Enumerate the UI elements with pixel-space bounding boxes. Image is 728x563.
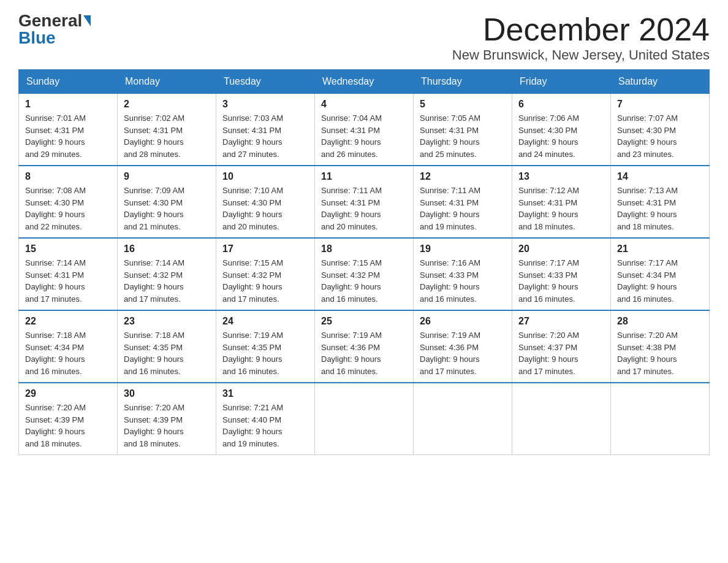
weekday-header-row: SundayMondayTuesdayWednesdayThursdayFrid… bbox=[19, 70, 710, 94]
weekday-header-wednesday: Wednesday bbox=[315, 70, 414, 94]
calendar-day-cell: 10Sunrise: 7:10 AMSunset: 4:30 PMDayligh… bbox=[216, 166, 315, 238]
calendar-day-cell: 24Sunrise: 7:19 AMSunset: 4:35 PMDayligh… bbox=[216, 310, 315, 383]
day-info: Sunrise: 7:07 AMSunset: 4:30 PMDaylight:… bbox=[617, 112, 703, 160]
day-info: Sunrise: 7:19 AMSunset: 4:36 PMDaylight:… bbox=[420, 329, 506, 377]
day-number: 28 bbox=[617, 316, 703, 327]
calendar-day-cell: 7Sunrise: 7:07 AMSunset: 4:30 PMDaylight… bbox=[611, 94, 710, 166]
day-info: Sunrise: 7:20 AMSunset: 4:39 PMDaylight:… bbox=[124, 402, 210, 450]
calendar-day-cell: 5Sunrise: 7:05 AMSunset: 4:31 PMDaylight… bbox=[414, 94, 512, 166]
day-number: 31 bbox=[222, 388, 308, 399]
day-info: Sunrise: 7:01 AMSunset: 4:31 PMDaylight:… bbox=[25, 112, 111, 160]
day-info: Sunrise: 7:18 AMSunset: 4:34 PMDaylight:… bbox=[25, 329, 111, 377]
calendar-day-cell: 17Sunrise: 7:15 AMSunset: 4:32 PMDayligh… bbox=[216, 238, 315, 310]
calendar-day-cell: 28Sunrise: 7:20 AMSunset: 4:38 PMDayligh… bbox=[611, 310, 710, 383]
day-info: Sunrise: 7:20 AMSunset: 4:39 PMDaylight:… bbox=[25, 402, 111, 450]
weekday-header-thursday: Thursday bbox=[414, 70, 512, 94]
calendar-week-row: 1Sunrise: 7:01 AMSunset: 4:31 PMDaylight… bbox=[19, 94, 710, 166]
day-number: 6 bbox=[518, 99, 604, 110]
calendar-day-cell: 18Sunrise: 7:15 AMSunset: 4:32 PMDayligh… bbox=[315, 238, 414, 310]
day-number: 20 bbox=[518, 243, 604, 255]
day-info: Sunrise: 7:14 AMSunset: 4:31 PMDaylight:… bbox=[25, 257, 111, 305]
day-number: 15 bbox=[25, 243, 111, 255]
day-number: 23 bbox=[124, 316, 210, 327]
weekday-header-tuesday: Tuesday bbox=[216, 70, 315, 94]
calendar-day-cell bbox=[315, 383, 414, 455]
calendar-day-cell: 16Sunrise: 7:14 AMSunset: 4:32 PMDayligh… bbox=[118, 238, 216, 310]
calendar-day-cell: 13Sunrise: 7:12 AMSunset: 4:31 PMDayligh… bbox=[512, 166, 611, 238]
month-title: December 2024 bbox=[452, 12, 710, 47]
day-number: 17 bbox=[222, 243, 308, 255]
day-number: 1 bbox=[25, 99, 111, 110]
day-number: 19 bbox=[420, 243, 506, 255]
day-info: Sunrise: 7:06 AMSunset: 4:30 PMDaylight:… bbox=[518, 112, 604, 160]
day-number: 5 bbox=[420, 99, 506, 110]
logo-blue: Blue bbox=[18, 29, 56, 47]
day-number: 30 bbox=[124, 388, 210, 399]
day-info: Sunrise: 7:18 AMSunset: 4:35 PMDaylight:… bbox=[124, 329, 210, 377]
day-info: Sunrise: 7:21 AMSunset: 4:40 PMDaylight:… bbox=[222, 402, 308, 450]
calendar-day-cell bbox=[611, 383, 710, 455]
day-info: Sunrise: 7:15 AMSunset: 4:32 PMDaylight:… bbox=[321, 257, 407, 305]
calendar-day-cell: 15Sunrise: 7:14 AMSunset: 4:31 PMDayligh… bbox=[19, 238, 118, 310]
day-info: Sunrise: 7:10 AMSunset: 4:30 PMDaylight:… bbox=[222, 185, 308, 232]
day-number: 21 bbox=[617, 243, 703, 255]
calendar-body: 1Sunrise: 7:01 AMSunset: 4:31 PMDaylight… bbox=[19, 94, 710, 455]
day-info: Sunrise: 7:11 AMSunset: 4:31 PMDaylight:… bbox=[420, 185, 506, 232]
day-number: 8 bbox=[25, 171, 111, 182]
day-info: Sunrise: 7:02 AMSunset: 4:31 PMDaylight:… bbox=[124, 112, 210, 160]
day-info: Sunrise: 7:20 AMSunset: 4:38 PMDaylight:… bbox=[617, 329, 703, 377]
day-info: Sunrise: 7:04 AMSunset: 4:31 PMDaylight:… bbox=[321, 112, 407, 160]
day-info: Sunrise: 7:13 AMSunset: 4:31 PMDaylight:… bbox=[617, 185, 703, 232]
day-number: 26 bbox=[420, 316, 506, 327]
day-info: Sunrise: 7:19 AMSunset: 4:36 PMDaylight:… bbox=[321, 329, 407, 377]
day-info: Sunrise: 7:20 AMSunset: 4:37 PMDaylight:… bbox=[518, 329, 604, 377]
day-info: Sunrise: 7:15 AMSunset: 4:32 PMDaylight:… bbox=[222, 257, 308, 305]
day-info: Sunrise: 7:05 AMSunset: 4:31 PMDaylight:… bbox=[420, 112, 506, 160]
logo-arrow-icon bbox=[83, 15, 91, 26]
day-info: Sunrise: 7:17 AMSunset: 4:33 PMDaylight:… bbox=[518, 257, 604, 305]
calendar-day-cell: 31Sunrise: 7:21 AMSunset: 4:40 PMDayligh… bbox=[216, 383, 315, 455]
calendar-day-cell: 2Sunrise: 7:02 AMSunset: 4:31 PMDaylight… bbox=[118, 94, 216, 166]
calendar-header: SundayMondayTuesdayWednesdayThursdayFrid… bbox=[19, 70, 710, 94]
calendar-week-row: 15Sunrise: 7:14 AMSunset: 4:31 PMDayligh… bbox=[19, 238, 710, 310]
day-number: 11 bbox=[321, 171, 407, 182]
day-number: 12 bbox=[420, 171, 506, 182]
weekday-header-sunday: Sunday bbox=[19, 70, 118, 94]
day-number: 18 bbox=[321, 243, 407, 255]
calendar-table: SundayMondayTuesdayWednesdayThursdayFrid… bbox=[18, 69, 710, 455]
calendar-week-row: 22Sunrise: 7:18 AMSunset: 4:34 PMDayligh… bbox=[19, 310, 710, 383]
logo-general: General bbox=[18, 12, 82, 29]
day-number: 2 bbox=[124, 99, 210, 110]
calendar-day-cell: 1Sunrise: 7:01 AMSunset: 4:31 PMDaylight… bbox=[19, 94, 118, 166]
day-number: 3 bbox=[222, 99, 308, 110]
calendar-day-cell: 23Sunrise: 7:18 AMSunset: 4:35 PMDayligh… bbox=[118, 310, 216, 383]
calendar-day-cell: 27Sunrise: 7:20 AMSunset: 4:37 PMDayligh… bbox=[512, 310, 611, 383]
day-info: Sunrise: 7:08 AMSunset: 4:30 PMDaylight:… bbox=[25, 185, 111, 232]
calendar-week-row: 8Sunrise: 7:08 AMSunset: 4:30 PMDaylight… bbox=[19, 166, 710, 238]
calendar-day-cell bbox=[512, 383, 611, 455]
day-number: 4 bbox=[321, 99, 407, 110]
day-number: 7 bbox=[617, 99, 703, 110]
title-area: December 2024 New Brunswick, New Jersey,… bbox=[452, 12, 710, 63]
day-info: Sunrise: 7:03 AMSunset: 4:31 PMDaylight:… bbox=[222, 112, 308, 160]
page-header: General Blue December 2024 New Brunswick… bbox=[18, 12, 710, 63]
day-number: 13 bbox=[518, 171, 604, 182]
calendar-day-cell: 19Sunrise: 7:16 AMSunset: 4:33 PMDayligh… bbox=[414, 238, 512, 310]
day-number: 10 bbox=[222, 171, 308, 182]
calendar-week-row: 29Sunrise: 7:20 AMSunset: 4:39 PMDayligh… bbox=[19, 383, 710, 455]
calendar-day-cell: 20Sunrise: 7:17 AMSunset: 4:33 PMDayligh… bbox=[512, 238, 611, 310]
day-info: Sunrise: 7:16 AMSunset: 4:33 PMDaylight:… bbox=[420, 257, 506, 305]
calendar-day-cell: 4Sunrise: 7:04 AMSunset: 4:31 PMDaylight… bbox=[315, 94, 414, 166]
day-number: 14 bbox=[617, 171, 703, 182]
calendar-day-cell: 25Sunrise: 7:19 AMSunset: 4:36 PMDayligh… bbox=[315, 310, 414, 383]
calendar-day-cell: 11Sunrise: 7:11 AMSunset: 4:31 PMDayligh… bbox=[315, 166, 414, 238]
calendar-day-cell: 30Sunrise: 7:20 AMSunset: 4:39 PMDayligh… bbox=[118, 383, 216, 455]
day-info: Sunrise: 7:17 AMSunset: 4:34 PMDaylight:… bbox=[617, 257, 703, 305]
calendar-day-cell bbox=[414, 383, 512, 455]
calendar-day-cell: 8Sunrise: 7:08 AMSunset: 4:30 PMDaylight… bbox=[19, 166, 118, 238]
weekday-header-saturday: Saturday bbox=[611, 70, 710, 94]
day-info: Sunrise: 7:12 AMSunset: 4:31 PMDaylight:… bbox=[518, 185, 604, 232]
calendar-day-cell: 12Sunrise: 7:11 AMSunset: 4:31 PMDayligh… bbox=[414, 166, 512, 238]
day-number: 9 bbox=[124, 171, 210, 182]
calendar-day-cell: 26Sunrise: 7:19 AMSunset: 4:36 PMDayligh… bbox=[414, 310, 512, 383]
